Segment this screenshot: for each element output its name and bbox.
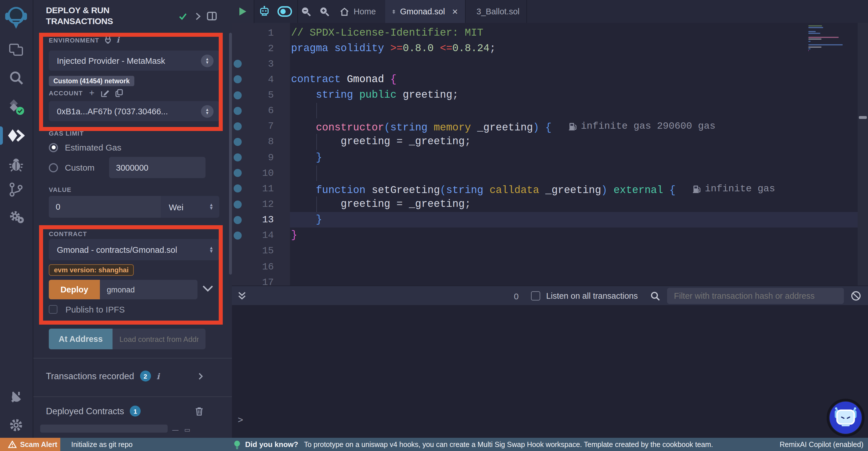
transactions-expand-chevron-icon[interactable] [198,372,203,380]
environment-select[interactable]: Injected Provider - MetaMask ▲▼ [49,51,219,71]
gutter-dot-icon[interactable] [234,153,242,162]
panel-scrollbar[interactable] [229,33,232,275]
listen-transactions-checkbox[interactable] [531,291,540,301]
copy-icon[interactable]: ▭ [184,426,190,434]
gutter-dot-icon[interactable] [234,231,242,239]
custom-gas-input[interactable] [109,157,206,178]
line-number: 7 [242,119,274,134]
rail-git-icon[interactable] [0,178,32,201]
rail-plugin-runner-icon[interactable] [0,205,32,228]
transactions-count-badge: 2 [140,371,151,382]
contract-select[interactable]: Gmonad - contracts/Gmonad.sol ▲▼ [49,239,219,260]
line-number: 12 [242,196,274,212]
copilot-status[interactable]: RemixAI Copilot (enabled) [780,440,863,448]
close-tab-icon[interactable]: ✕ [452,7,458,16]
gutter-dot-icon[interactable] [234,200,242,208]
deployed-instance-partial[interactable] [40,425,167,432]
code-line-2: 2pragma solidity >=0.8.0 <=0.8.24; [232,40,858,56]
copilot-toggle-icon[interactable] [277,6,292,17]
deployed-contracts-label: Deployed Contracts [46,406,124,416]
rail-settings-icon[interactable] [0,414,32,436]
zoom-in-icon[interactable] [319,6,330,17]
publish-ipfs-label: Publish to IPFS [65,305,125,314]
scam-alert-button[interactable]: Scam Alert [0,438,60,451]
code-editor[interactable]: 1// SPDX-License-Identifier: MIT2pragma … [232,23,868,285]
gutter-dot-icon[interactable] [234,216,242,224]
indent-guide [316,103,317,118]
rail-deploy-run-icon[interactable] [0,124,32,147]
code-line-3: 3 [232,56,858,72]
rail-debugger-icon[interactable] [0,153,32,176]
rail-plugin-manager-icon[interactable] [0,386,32,408]
remix-ai-robot-icon[interactable] [259,6,270,17]
unit-select-arrows-icon: ▲▼ [209,203,214,210]
value-input[interactable] [49,196,161,218]
estimated-gas-radio[interactable] [49,143,58,152]
rail-solidity-compiler-icon[interactable] [0,95,32,118]
value-label: VALUE [49,186,71,193]
value-unit: Wei [169,202,209,212]
value-unit-select[interactable]: Wei ▲▼ [161,196,219,218]
gutter-dot-icon[interactable] [234,91,242,99]
gutter-dot-icon[interactable] [234,185,242,193]
account-select[interactable]: 0xB1a...AF67b (7037.30466... ▲▼ [49,101,219,121]
code-line-11: 11 function setGreeting(string calldata … [232,181,858,196]
account-select-arrows-icon: ▲▼ [201,105,214,117]
deploy-button[interactable]: Deploy [49,280,100,299]
code-text: string public greeting; [291,87,458,103]
rail-file-explorer-icon[interactable] [0,38,32,61]
terminal-prompt: > [238,415,243,426]
run-script-button[interactable] [232,0,254,23]
copy-account-icon[interactable] [115,89,123,97]
evm-version-badge: evm version: shanghai [49,264,134,276]
at-address-button[interactable]: At Address [49,329,113,349]
tab-gmonad[interactable]: Gmonad.sol ✕ [385,0,465,23]
tab-ballot[interactable]: 3_Ballot.sol [465,0,526,23]
split-view-icon[interactable] [207,11,217,21]
instance-controls[interactable]: —▭ [172,426,190,434]
remix-ai-assistant-bubble[interactable] [827,399,865,436]
environment-info-icon[interactable]: i [117,36,119,44]
custom-gas-radio[interactable] [49,163,58,172]
gutter-dot-icon[interactable] [234,138,242,146]
add-account-icon[interactable]: + [89,90,94,96]
git-init-button[interactable]: Initialize as git repo [71,440,133,448]
rail-remix-logo[interactable] [0,6,32,29]
contract-select-arrows-icon: ▲▼ [209,246,214,253]
divider [33,396,232,397]
tab-home[interactable]: Home [333,0,383,23]
gutter-dot-icon[interactable] [234,107,242,115]
gutter-dot-icon[interactable] [234,169,242,177]
estimated-gas-label: Estimated Gas [65,142,121,152]
code-text: } [291,150,322,165]
transaction-filter-input[interactable] [667,288,844,304]
rail-search-icon[interactable] [0,66,32,89]
editor-scrollbar[interactable] [858,23,868,285]
gutter-dot-icon[interactable] [234,76,242,84]
divider [33,358,232,359]
pin-panel-chevron-icon[interactable] [195,12,201,21]
terminal-search-icon[interactable] [650,291,660,301]
network-badge: Custom (41454) network [49,76,134,86]
at-address-input[interactable] [113,329,206,349]
editor-scrollbar-thumb[interactable] [859,116,867,119]
gutter-dot-icon[interactable] [234,60,242,68]
collapse-icon[interactable]: — [172,426,179,434]
edit-account-icon[interactable] [101,89,109,97]
environment-value: Injected Provider - MetaMask [57,56,201,65]
gutter-dot-icon[interactable] [234,122,242,131]
deploy-expand-chevron-icon[interactable] [202,285,214,292]
zoom-out-icon[interactable] [301,6,311,17]
transactions-info-icon[interactable]: i [156,371,160,380]
deploy-param-input[interactable] [100,280,197,299]
clear-terminal-ban-icon[interactable] [851,291,861,301]
clear-deployed-trash-icon[interactable] [195,406,203,416]
code-line-15: 15 [232,243,858,259]
transactions-recorded-row[interactable]: Transactions recorded 2 i [46,371,218,382]
custom-gas-label: Custom [65,163,94,172]
publish-ipfs-checkbox[interactable] [49,305,57,314]
collapse-terminal-icon[interactable] [238,291,246,301]
plug-icon[interactable] [104,36,112,44]
terminal-output[interactable]: > [232,305,868,438]
line-number: 4 [242,72,274,87]
